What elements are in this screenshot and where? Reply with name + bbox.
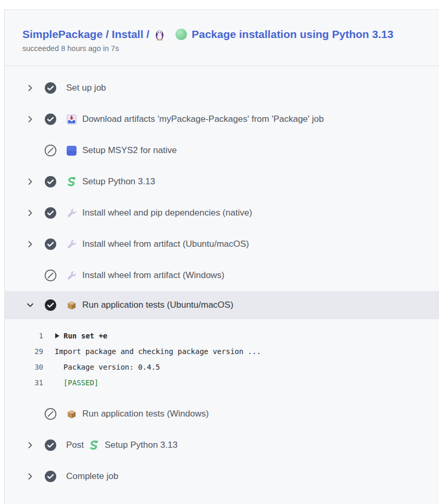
step-label: Complete job [66, 471, 118, 482]
breadcrumb[interactable]: SimplePackage / Install / [22, 27, 149, 42]
success-icon [44, 82, 57, 94]
skipped-icon [44, 144, 57, 157]
log-output: 1 Run set +e 29 Import package and check… [5, 328, 439, 390]
step-row-setup-msys2[interactable]: Setup MSYS2 for native [5, 135, 439, 166]
wrench-icon [66, 207, 77, 219]
log-line-text: Import package and checking package vers… [55, 344, 261, 359]
log-line-text: Run set +e [55, 328, 107, 344]
package-icon [66, 408, 77, 420]
chevron-right-icon[interactable] [26, 178, 34, 186]
step-row-install-wheel-windows[interactable]: Install wheel from artifact (Windows) [5, 260, 439, 291]
status-dot-icon [175, 29, 187, 40]
step-row-install-wheel-unix[interactable]: Install wheel from artifact (Ubuntu/macO… [5, 229, 439, 260]
log-line-text: Package version: 0.4.5 [55, 359, 160, 375]
log-line: 1 Run set +e [5, 328, 439, 344]
wrench-icon [66, 270, 77, 281]
job-log-card: SimplePackage / Install / Package instal… [4, 9, 439, 504]
snake-icon [66, 176, 77, 187]
skipped-icon [44, 408, 57, 420]
blue-square-icon [66, 145, 77, 156]
log-line-number[interactable]: 31 [5, 375, 55, 390]
step-label: Setup Python 3.13 [82, 177, 155, 187]
snake-icon [89, 439, 99, 451]
step-row-setup-job[interactable]: Set up job [5, 72, 439, 104]
success-icon [44, 207, 57, 219]
chevron-right-icon[interactable] [26, 209, 34, 217]
step-label: Setup Python 3.13 [105, 440, 178, 450]
play-icon[interactable] [55, 333, 60, 339]
step-label: Install wheel from artifact (Windows) [82, 270, 224, 281]
chevron-right-icon[interactable] [26, 84, 34, 92]
chevron-right-icon[interactable] [26, 472, 34, 481]
step-label: Install wheel and pip dependencies (nati… [82, 208, 252, 218]
step-row-complete-job[interactable]: Complete job [5, 461, 439, 492]
log-line-number[interactable]: 1 [5, 328, 55, 344]
step-label: Run application tests (Windows) [82, 409, 209, 419]
step-row-setup-python[interactable]: Setup Python 3.13 [5, 166, 439, 197]
step-row-download-artifacts[interactable]: Download artifacts 'myPackage-Packages' … [5, 104, 439, 135]
penguin-icon [154, 28, 166, 41]
step-row-run-tests-windows[interactable]: Run application tests (Windows) [5, 398, 439, 430]
chevron-right-icon[interactable] [26, 240, 34, 248]
job-header: SimplePackage / Install / Package instal… [5, 10, 439, 66]
step-label: Download artifacts 'myPackage-Packages' … [82, 114, 324, 124]
job-title: Package installation using Python 3.13 [192, 27, 393, 42]
step-row-post-setup-python[interactable]: Post Setup Python 3.13 [5, 430, 439, 461]
step-label-prefix: Post [66, 440, 84, 450]
step-label: Install wheel from artifact (Ubuntu/macO… [82, 239, 249, 249]
step-label: Set up job [66, 83, 106, 93]
log-line: 30 Package version: 0.4.5 [5, 359, 439, 375]
success-icon [44, 299, 57, 311]
log-line-text: [PASSED] [55, 375, 98, 390]
inbox-tray-icon [66, 114, 77, 125]
log-line: 29 Import package and checking package v… [5, 344, 439, 359]
success-icon [44, 470, 57, 483]
job-title-row: SimplePackage / Install / Package instal… [22, 27, 431, 42]
steps-list: Set up job Download artifacts 'myPackage… [5, 66, 439, 492]
step-row-install-wheel-pip[interactable]: Install wheel and pip dependencies (nati… [5, 197, 439, 229]
job-status-text: succeeded 8 hours ago in 7s [22, 44, 431, 53]
skipped-icon [44, 269, 57, 282]
success-icon [44, 439, 57, 451]
step-label: Setup MSYS2 for native [82, 145, 177, 156]
log-line: 31 [PASSED] [5, 375, 439, 390]
success-icon [44, 238, 57, 250]
chevron-right-icon[interactable] [26, 115, 34, 123]
chevron-down-icon[interactable] [26, 301, 34, 309]
step-label: Run application tests (Ubuntu/macOS) [82, 300, 233, 310]
step-row-run-tests-unix[interactable]: Run application tests (Ubuntu/macOS) [5, 291, 439, 319]
package-icon [66, 299, 77, 311]
success-icon [44, 175, 57, 188]
wrench-icon [66, 238, 77, 250]
chevron-right-icon[interactable] [26, 441, 34, 449]
success-icon [44, 113, 57, 125]
log-line-number[interactable]: 29 [5, 344, 55, 359]
log-line-number[interactable]: 30 [5, 359, 55, 375]
